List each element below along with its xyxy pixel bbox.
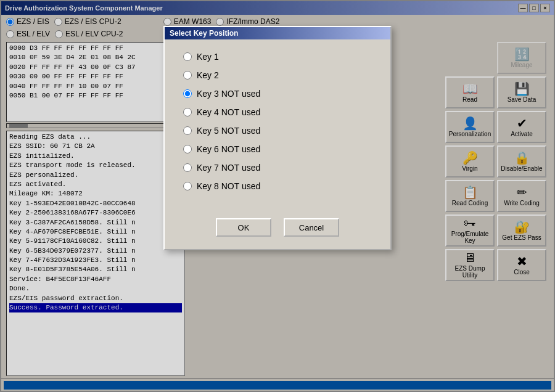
dialog-key1-option[interactable]: Key 1 xyxy=(183,52,372,62)
dialog-key5-option[interactable]: Key 5 NOT used xyxy=(183,126,372,136)
dialog-title: Select Key Position xyxy=(165,27,390,39)
dialog-key6-label: Key 6 NOT used xyxy=(197,144,260,154)
dialog-buttons: OK Cancel xyxy=(165,212,390,249)
dialog-key7-label: Key 7 NOT used xyxy=(197,163,260,173)
main-window: Drive Authorization System Component Man… xyxy=(0,0,555,392)
select-key-dialog: Select Key Position Key 1 Key 2 Key 3 NO… xyxy=(163,26,392,250)
dialog-key8-label: Key 8 NOT used xyxy=(197,181,260,191)
dialog-key2-option[interactable]: Key 2 xyxy=(183,70,372,80)
dialog-key6-option[interactable]: Key 6 NOT used xyxy=(183,144,372,154)
dialog-key4-option[interactable]: Key 4 NOT used xyxy=(183,107,372,117)
dialog-key3-label: Key 3 NOT used xyxy=(197,89,260,99)
dialog-key7-option[interactable]: Key 7 NOT used xyxy=(183,163,372,173)
dialog-body: Key 1 Key 2 Key 3 NOT used Key 4 NOT use… xyxy=(165,39,390,212)
dialog-key3-option[interactable]: Key 3 NOT used xyxy=(183,89,372,99)
dialog-key4-label: Key 4 NOT used xyxy=(197,107,260,117)
dialog-key5-label: Key 5 NOT used xyxy=(197,126,260,136)
dialog-key2-label: Key 2 xyxy=(197,70,219,80)
dialog-ok-button[interactable]: OK xyxy=(216,218,271,237)
dialog-key8-option[interactable]: Key 8 NOT used xyxy=(183,181,372,191)
dialog-key1-label: Key 1 xyxy=(197,52,219,62)
dialog-overlay: Select Key Position Key 1 Key 2 Key 3 NO… xyxy=(1,1,554,391)
dialog-cancel-button[interactable]: Cancel xyxy=(284,218,339,237)
